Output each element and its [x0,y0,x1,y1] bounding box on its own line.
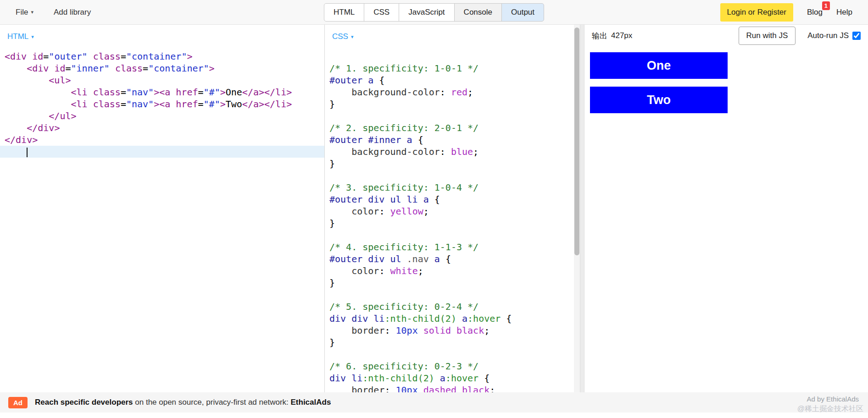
code-line: /* 3. specificity: 1-0-4 */ [325,182,580,193]
html-panel-title[interactable]: HTML ▾ [0,25,324,46]
code-line [325,229,580,241]
code-line: background-color: blue; [325,146,580,158]
code-line: } [325,98,580,110]
file-menu-label: File [16,8,28,17]
code-line: border: 10px dashed black; [325,384,580,392]
file-menu[interactable]: File ▾ [16,8,33,17]
output-link-two[interactable]: Two [590,87,728,113]
code-line [325,110,580,122]
code-line: border: 10px solid black; [325,324,580,336]
tab-html[interactable]: HTML [324,3,364,22]
code-line: /* 1. specificity: 1-0-1 */ [325,62,580,74]
blog-label: Blog [807,8,823,16]
code-line: <ul> [0,74,324,86]
output-panel: 输出 427px Run with JS Auto-run JS One Two [584,25,868,392]
topbar-left-menu: File ▾ Add library [16,8,91,17]
code-line [325,289,580,301]
code-line: #outer #inner a { [325,134,580,146]
code-line: } [325,158,580,170]
autorun-label: Auto-run JS [807,31,849,40]
add-library-label: Add library [54,8,91,17]
chevron-down-icon: ▾ [31,9,33,15]
html-panel-label: HTML [7,32,28,41]
code-line: color: white; [325,265,580,277]
css-scrollbar[interactable] [574,25,580,392]
ad-text-lead: Reach specific developers [35,398,133,407]
code-line [0,146,324,158]
ad-banner[interactable]: Ad Reach specific developers on the open… [0,392,868,412]
autorun-toggle[interactable]: Auto-run JS [807,31,861,40]
output-result-frame: One Two [584,47,868,126]
output-title: 输出 [592,31,607,41]
ad-badge: Ad [8,397,28,408]
topbar-right-menu: Login or Register Blog 1 Help [720,3,852,22]
watermark: @稀土掘金技术社区 [797,404,863,414]
code-line: /* 4. specificity: 1-1-3 */ [325,241,580,253]
ad-text-middle: on the open source, privacy-first ad net… [133,398,291,407]
css-panel: CSS ▾ /* 1. specificity: 1-0-1 */#outer … [325,25,580,392]
code-line [325,170,580,182]
html-editor[interactable]: <div id="outer" class="container"> <div … [0,50,324,158]
code-line: } [325,277,580,289]
output-link-one[interactable]: One [590,52,728,79]
code-line: div div li:nth-child(2) a:hover { [325,313,580,324]
run-with-js-button[interactable]: Run with JS [739,27,796,45]
output-header: 输出 427px Run with JS Auto-run JS [584,25,868,47]
code-line: } [325,217,580,229]
help-link[interactable]: Help [836,8,852,17]
blog-link[interactable]: Blog 1 [807,8,823,17]
css-editor[interactable]: /* 1. specificity: 1-0-1 */#outer a { ba… [325,50,580,392]
code-line: </ul> [0,110,324,122]
code-line: <li class="nav"><a href="#">Two</a></li> [0,98,324,110]
css-panel-title[interactable]: CSS ▾ [325,25,580,46]
autorun-checkbox[interactable] [852,32,861,40]
login-register-button[interactable]: Login or Register [720,3,793,22]
code-line: color: yellow; [325,205,580,217]
code-line [325,50,580,62]
code-line: } [325,336,580,348]
code-line: #outer div ul li a { [325,193,580,205]
tab-css[interactable]: CSS [364,3,399,22]
html-panel: HTML ▾ <div id="outer" class="container"… [0,25,325,392]
code-line: background-color: red; [325,86,580,98]
help-label: Help [836,8,852,17]
main-area: HTML ▾ <div id="outer" class="container"… [0,25,868,392]
css-panel-label: CSS [332,32,348,41]
ad-text-brand: EthicalAds [291,398,331,407]
css-scrollbar-thumb[interactable] [574,28,579,255]
code-line: div li:nth-child(2) a:hover { [325,372,580,384]
code-line: </div> [0,122,324,134]
code-line: <div id="outer" class="container"> [0,50,324,62]
tab-console[interactable]: Console [454,3,502,22]
tab-output[interactable]: Output [501,3,544,22]
panel-resize-gutter[interactable] [580,25,584,392]
editor-tabs: HTML CSS JavaScript Console Output [324,3,544,22]
code-line: #outer a { [325,74,580,86]
chevron-down-icon: ▾ [31,32,34,41]
text-cursor [27,148,28,157]
output-size-label: 427px [611,31,632,40]
code-line: <div id="inner" class="container"> [0,62,324,74]
code-line: <li class="nav"><a href="#">One</a></li> [0,86,324,98]
code-line: /* 5. specificity: 0-2-4 */ [325,301,580,313]
code-line: /* 6. specificity: 0-2-3 */ [325,360,580,372]
add-library-button[interactable]: Add library [54,8,91,17]
code-line: /* 2. specificity: 2-0-1 */ [325,122,580,134]
topbar: File ▾ Add library HTML CSS JavaScript C… [0,0,868,25]
chevron-down-icon: ▾ [351,32,354,41]
notification-badge: 1 [822,1,830,10]
ad-text: Reach specific developers on the open so… [35,398,331,407]
ad-attribution[interactable]: Ad by EthicalAds [807,395,859,403]
code-line [325,348,580,360]
code-line: #outer div ul .nav a { [325,253,580,265]
tab-javascript[interactable]: JavaScript [399,3,454,22]
footer: Ad Reach specific developers on the open… [0,392,868,418]
code-line: </div> [0,134,324,146]
